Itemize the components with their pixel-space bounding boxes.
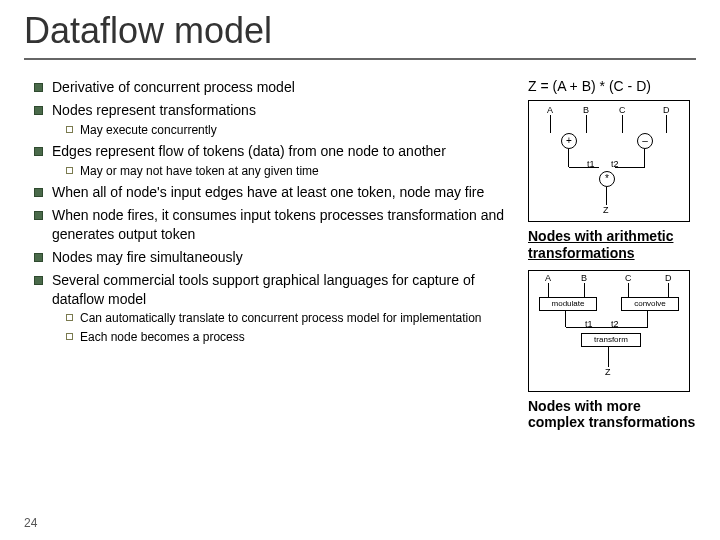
edge	[608, 347, 609, 367]
edge	[568, 149, 569, 167]
op-mul-icon: *	[599, 171, 615, 187]
op-modulate: modulate	[539, 297, 597, 311]
sub-bullet-list: May or may not have token at any given t…	[52, 163, 528, 179]
node-label: C	[625, 273, 632, 283]
edge	[569, 167, 599, 168]
node-label: Z	[605, 367, 611, 377]
sub-bullet-item: May or may not have token at any given t…	[80, 163, 528, 179]
content-row: Derivative of concurrent process model N…	[24, 78, 696, 439]
edge	[566, 327, 608, 328]
sub-bullet-item: Can automatically translate to concurren…	[80, 310, 528, 326]
edge	[608, 327, 648, 328]
sub-bullet-item: May execute concurrently	[80, 122, 528, 138]
edge	[644, 149, 645, 167]
equation: Z = (A + B) * (C - D)	[528, 78, 696, 94]
diagram-arithmetic: A B C D + – t1 t2 * Z	[528, 100, 690, 222]
op-transform: transform	[581, 333, 641, 347]
figure-caption: Nodes with more complex transformations	[528, 398, 696, 432]
edge	[586, 115, 587, 133]
edge	[666, 115, 667, 133]
edge	[565, 311, 566, 327]
bullet-item: Derivative of concurrent process model	[52, 78, 528, 97]
bullet-text: Several commercial tools support graphic…	[52, 272, 475, 307]
page-number: 24	[24, 516, 37, 530]
op-convolve: convolve	[621, 297, 679, 311]
edge	[584, 283, 585, 297]
bullet-text: Edges represent flow of tokens (data) fr…	[52, 143, 446, 159]
bullet-text: Nodes represent transformations	[52, 102, 256, 118]
page-title: Dataflow model	[24, 10, 696, 52]
op-plus-icon: +	[561, 133, 577, 149]
sub-bullet-item: Each node becomes a process	[80, 329, 528, 345]
sub-bullet-list: Can automatically translate to concurren…	[52, 310, 528, 344]
edge	[628, 283, 629, 297]
bullet-item: Several commercial tools support graphic…	[52, 271, 528, 345]
bullet-item: When all of node's input edges have at l…	[52, 183, 528, 202]
node-label: C	[619, 105, 626, 115]
op-minus-icon: –	[637, 133, 653, 149]
edge	[647, 311, 648, 327]
edge	[606, 187, 607, 205]
diagram-complex: A B C D modulate convolve t1 t2 transfor…	[528, 270, 690, 392]
sub-bullet-list: May execute concurrently	[52, 122, 528, 138]
bullet-item: Nodes may fire simultaneously	[52, 248, 528, 267]
edge	[548, 283, 549, 297]
title-rule	[24, 58, 696, 60]
edge	[668, 283, 669, 297]
bullet-item: Edges represent flow of tokens (data) fr…	[52, 142, 528, 179]
node-label: D	[665, 273, 672, 283]
figure-caption: Nodes with arithmetic transformations	[528, 228, 696, 262]
bullet-list: Derivative of concurrent process model N…	[24, 78, 528, 345]
edge	[615, 167, 645, 168]
node-label: B	[583, 105, 589, 115]
node-label: A	[547, 105, 553, 115]
node-label: B	[581, 273, 587, 283]
edge	[622, 115, 623, 133]
node-label: Z	[603, 205, 609, 215]
bullet-item: When node fires, it consumes input token…	[52, 206, 528, 244]
node-label: A	[545, 273, 551, 283]
bullet-column: Derivative of concurrent process model N…	[24, 78, 528, 439]
edge	[550, 115, 551, 133]
slide: Dataflow model Derivative of concurrent …	[0, 0, 720, 540]
figure-column: Z = (A + B) * (C - D) A B C D + – t1 t2 …	[528, 78, 696, 439]
bullet-item: Nodes represent transformations May exec…	[52, 101, 528, 138]
node-label: D	[663, 105, 670, 115]
